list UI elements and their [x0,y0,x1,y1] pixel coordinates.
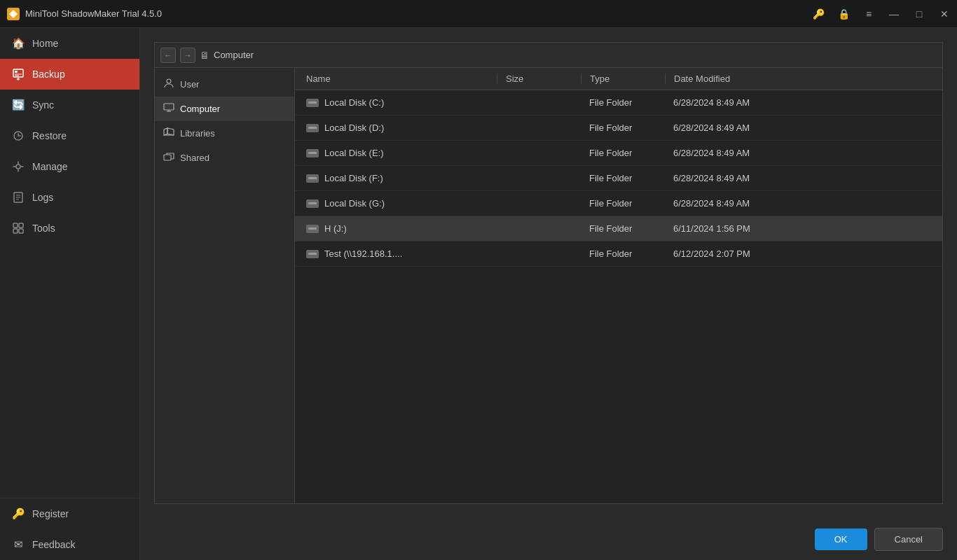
app-logo [7,8,20,20]
file-type-cell: File Folder [581,248,665,259]
sidebar-item-logs[interactable]: Logs [0,182,139,213]
col-header-name: Name [301,74,497,84]
table-row[interactable]: Local Disk (F:) File Folder 6/28/2024 8:… [295,166,942,191]
dialog-body: User Computer [155,68,942,503]
svg-rect-15 [164,104,174,110]
tree-panel: User Computer [155,68,295,503]
back-button[interactable]: ← [160,48,176,63]
dialog-footer: OK Cancel [140,518,957,560]
file-panel: Name Size Type Date Modified Local Disk … [295,68,942,503]
col-header-type: Type [581,74,665,84]
svg-rect-19 [164,155,171,160]
file-date-cell: 6/28/2024 8:49 AM [665,97,937,108]
tree-label-libraries: Libraries [180,128,215,139]
sidebar-item-register[interactable]: 🔑 Register [0,498,139,529]
menu-icon[interactable]: ≡ [856,0,881,28]
sync-icon: 🔄 [11,98,25,112]
manage-icon [11,160,25,174]
svg-point-14 [167,79,171,83]
ok-button[interactable]: OK [815,528,867,550]
table-row[interactable]: Local Disk (D:) File Folder 6/28/2024 8:… [295,115,942,141]
drive-icon [306,149,319,158]
file-date-cell: 6/28/2024 8:49 AM [665,122,937,133]
tree-item-user[interactable]: User [155,72,294,97]
key-icon[interactable]: 🔑 [806,0,831,28]
file-name-cell: Local Disk (F:) [301,173,497,183]
file-name-text: Local Disk (C:) [324,97,384,108]
lock-icon[interactable]: 🔒 [831,0,856,28]
sidebar-label-sync: Sync [32,99,54,111]
sidebar-label-feedback: Feedback [32,539,75,550]
restore-icon [11,129,25,143]
table-row[interactable]: Local Disk (E:) File Folder 6/28/2024 8:… [295,141,942,166]
sidebar-item-manage[interactable]: Manage [0,151,139,182]
table-row[interactable]: Local Disk (C:) File Folder 6/28/2024 8:… [295,90,942,115]
drive-icon [306,174,319,183]
drive-icon [306,124,319,132]
minimize-button[interactable]: — [881,0,907,28]
sidebar: 🏠 Home Backup 🔄 Sync [0,28,140,560]
file-date-cell: 6/11/2024 1:56 PM [665,223,937,234]
table-row[interactable]: Local Disk (G:) File Folder 6/28/2024 8:… [295,191,942,216]
drive-icon [306,200,319,208]
file-type-cell: File Folder [581,173,665,183]
tree-label-computer: Computer [180,104,220,114]
file-name-text: Local Disk (G:) [324,198,385,209]
shared-tree-icon [163,151,174,164]
sidebar-item-sync[interactable]: 🔄 Sync [0,90,139,120]
table-row[interactable]: H (J:) File Folder 6/11/2024 1:56 PM [295,216,942,241]
register-icon: 🔑 [11,507,25,521]
file-name-text: H (J:) [324,223,347,234]
close-button[interactable]: ✕ [932,0,957,28]
file-date-cell: 6/28/2024 8:49 AM [665,173,937,183]
file-name-text: Local Disk (F:) [324,173,383,183]
tree-item-shared[interactable]: Shared [155,146,294,170]
file-type-cell: File Folder [581,148,665,158]
sidebar-label-restore: Restore [32,130,67,141]
window-controls: 🔑 🔒 ≡ — □ ✕ [806,0,957,28]
address-text: Computer [214,50,254,60]
table-row[interactable]: Test (\\192.168.1.... File Folder 6/12/2… [295,241,942,267]
sidebar-item-feedback[interactable]: ✉ Feedback [0,529,139,560]
feedback-icon: ✉ [11,538,25,552]
svg-point-5 [16,164,20,169]
file-name-cell: H (J:) [301,223,497,234]
file-name-cell: Local Disk (E:) [301,148,497,158]
forward-button[interactable]: → [180,48,195,63]
backup-icon [11,67,25,81]
title-bar: MiniTool ShadowMaker Trial 4.5.0 🔑 🔒 ≡ —… [0,0,957,28]
tree-item-computer[interactable]: Computer [155,97,294,121]
libraries-tree-icon [163,127,174,140]
svg-rect-13 [19,229,23,233]
maximize-button[interactable]: □ [907,0,932,28]
computer-tree-icon [163,102,174,115]
cancel-button[interactable]: Cancel [874,528,943,551]
svg-rect-1 [15,71,18,73]
sidebar-item-tools[interactable]: Tools [0,213,139,244]
sidebar-item-home[interactable]: 🏠 Home [0,28,139,59]
sidebar-item-restore[interactable]: Restore [0,120,139,151]
file-type-cell: File Folder [581,223,665,234]
file-name-text: Test (\\192.168.1.... [324,248,402,259]
file-date-cell: 6/12/2024 2:07 PM [665,248,937,259]
file-name-cell: Local Disk (G:) [301,198,497,209]
drive-icon [306,250,319,258]
file-name-text: Local Disk (D:) [324,122,384,133]
file-type-cell: File Folder [581,97,665,108]
logs-icon [11,190,25,204]
file-date-cell: 6/28/2024 8:49 AM [665,198,937,209]
sidebar-bottom: 🔑 Register ✉ Feedback [0,498,139,560]
content-area: ← → 🖥 Computer [140,28,957,560]
file-type-cell: File Folder [581,198,665,209]
svg-rect-11 [19,223,23,227]
file-name-cell: Test (\\192.168.1.... [301,248,497,259]
app-title: MiniTool ShadowMaker Trial 4.5.0 [25,8,162,19]
file-name-text: Local Disk (E:) [324,148,384,158]
user-tree-icon [163,78,174,91]
tree-item-libraries[interactable]: Libraries [155,121,294,146]
sidebar-item-backup[interactable]: Backup [0,59,139,90]
sidebar-label-backup: Backup [32,69,65,80]
address-computer-icon: 🖥 [200,50,209,61]
drive-icon [306,225,319,233]
file-type-cell: File Folder [581,122,665,133]
